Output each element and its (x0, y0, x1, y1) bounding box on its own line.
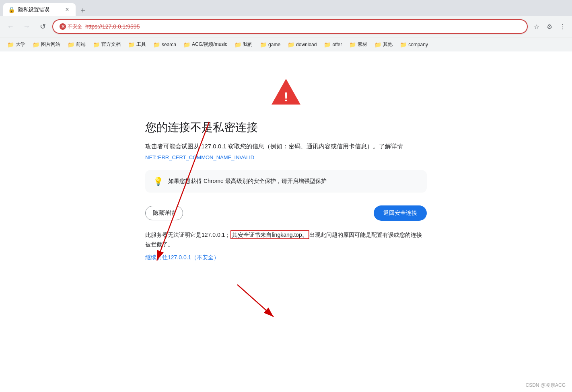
folder-icon: 📁 (7, 41, 14, 48)
bookmark-item-daxue[interactable]: 📁 大学 (4, 39, 29, 49)
back-button[interactable]: ← (4, 20, 17, 33)
bookmark-item-company[interactable]: 📁 company (397, 40, 431, 49)
bookmark-item-tupian[interactable]: 📁 图片网站 (29, 39, 64, 49)
folder-icon: 📁 (183, 41, 190, 48)
page-content: ! 您的连接不是私密连接 攻击者可能会试图从 127.0.0.1 窃取您的信息（… (0, 51, 572, 392)
folder-icon: 📁 (68, 41, 74, 48)
details-text: 此服务器无法证明它是127.0.0.1；其安全证书来自lingkang.top。… (145, 230, 427, 250)
folder-icon: 📁 (400, 41, 407, 48)
bookmark-item-wode[interactable]: 📁 我的 (231, 39, 256, 49)
tab-favicon: 🔒 (8, 6, 15, 13)
protection-text: 如果您想获得 Chrome 最高级别的安全保护，请开启增强型保护 (168, 178, 327, 185)
bookmark-item-sucai[interactable]: 📁 素材 (346, 39, 370, 49)
bookmark-item-game[interactable]: 📁 game (257, 40, 284, 49)
lightbulb-icon: 💡 (153, 177, 163, 186)
folder-icon: 📁 (93, 41, 100, 48)
footer-text: CSDN @凌康ACG (525, 382, 566, 388)
address-bar[interactable]: ✕ 不安全 https://127.0.0.1:9595 (52, 19, 528, 34)
folder-icon: 📁 (33, 41, 39, 48)
bookmark-item-search[interactable]: 📁 search (150, 40, 179, 49)
warning-triangle-svg: ! (270, 77, 302, 106)
bookmark-button[interactable]: ☆ (531, 21, 542, 32)
folder-icon: 📁 (235, 41, 241, 48)
error-title: 您的连接不是私密连接 (145, 120, 258, 135)
address-bar-actions: ☆ ⚙ ⋮ (531, 21, 568, 32)
folder-icon: 📁 (288, 41, 294, 48)
security-label: 不安全 (68, 23, 82, 30)
bookmark-item-offer[interactable]: 📁 offer (321, 40, 345, 49)
error-container: ! 您的连接不是私密连接 攻击者可能会试图从 127.0.0.1 窃取您的信息（… (145, 76, 427, 262)
active-tab[interactable]: 🔒 隐私设置错误 × (3, 3, 76, 16)
footer: CSDN @凌康ACG (525, 382, 566, 389)
address-bar-row: ← → ↺ ✕ 不安全 https://127.0.0.1:9595 ☆ ⚙ ⋮ (0, 16, 572, 37)
address-url: https://127.0.0.1:9595 (85, 23, 140, 30)
bookmark-item-download[interactable]: 📁 download (284, 40, 320, 49)
forward-button[interactable]: → (20, 20, 33, 33)
chrome-protection-box: 💡 如果您想获得 Chrome 最高级别的安全保护，请开启增强型保护 (145, 170, 427, 193)
security-error-icon: ✕ (60, 23, 66, 30)
folder-icon: 📁 (153, 41, 160, 48)
details-section: 此服务器无法证明它是127.0.0.1；其安全证书来自lingkang.top。… (145, 230, 427, 262)
details-part1: 此服务器无法证明它是127.0.0.1； (145, 232, 230, 238)
folder-icon: 📁 (128, 41, 135, 48)
bookmark-item-guanfang[interactable]: 📁 官方文档 (90, 39, 124, 49)
svg-text:!: ! (284, 90, 288, 104)
folder-icon: 📁 (260, 41, 267, 48)
new-tab-button[interactable]: + (77, 5, 88, 16)
error-code: NET::ERR_CERT_COMMON_NAME_INVALID (145, 154, 254, 160)
hide-details-button[interactable]: 隐藏详情 (145, 206, 183, 220)
action-buttons-row: 隐藏详情 返回安全连接 (145, 205, 427, 221)
bookmark-item-acg[interactable]: 📁 ACG/视频/music (180, 39, 230, 49)
bookmark-item-qita[interactable]: 📁 其他 (371, 39, 396, 49)
folder-icon: 📁 (324, 41, 331, 48)
warning-triangle: ! (270, 76, 302, 108)
bookmarks-bar: 📁 大学 📁 图片网站 📁 前端 📁 官方文档 📁 工具 📁 search 📁 … (0, 37, 572, 51)
tab-close-button[interactable]: × (64, 6, 71, 13)
security-badge: ✕ 不安全 (60, 23, 82, 30)
folder-icon: 📁 (374, 41, 381, 48)
reload-button[interactable]: ↺ (36, 20, 49, 33)
bookmark-item-qianduan[interactable]: 📁 前端 (64, 39, 89, 49)
tab-title: 隐私设置错误 (18, 6, 60, 13)
bookmark-item-gongju[interactable]: 📁 工具 (125, 39, 149, 49)
menu-button[interactable]: ⋮ (557, 21, 568, 32)
page-wrapper: ! 您的连接不是私密连接 攻击者可能会试图从 127.0.0.1 窃取您的信息（… (0, 51, 572, 392)
folder-icon: 📁 (349, 41, 356, 48)
tab-bar: 🔒 隐私设置错误 × + (0, 0, 572, 16)
back-safe-button[interactable]: 返回安全连接 (374, 205, 427, 221)
error-description: 攻击者可能会试图从 127.0.0.1 窃取您的信息（例如：密码、通讯内容或信用… (145, 142, 403, 151)
cert-highlight: 其安全证书来自lingkang.top。 (230, 230, 309, 239)
continue-link[interactable]: 继续前往127.0.0.1（不安全） (145, 253, 219, 263)
extensions-button[interactable]: ⚙ (544, 21, 555, 32)
